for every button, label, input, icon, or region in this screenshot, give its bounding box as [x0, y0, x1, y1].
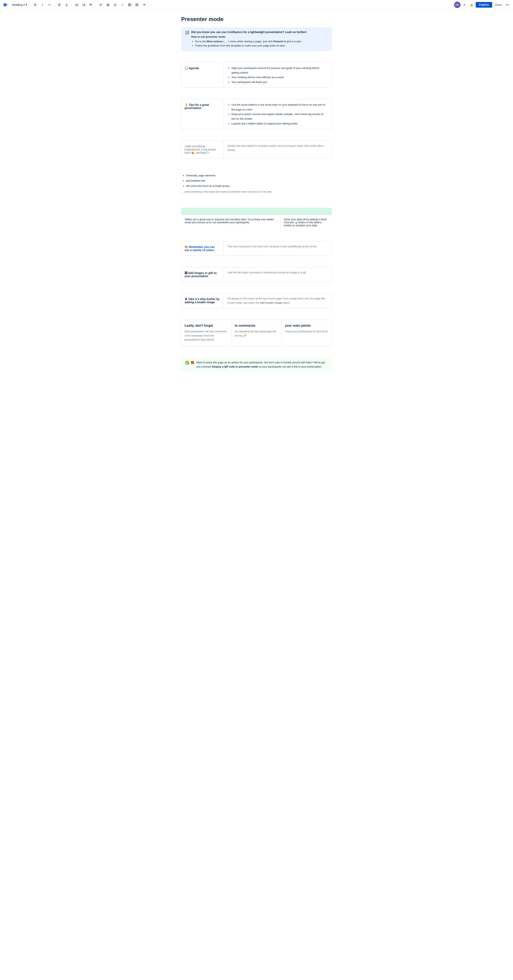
table-header-left [181, 208, 281, 215]
italic-button[interactable]: I [39, 2, 46, 8]
svg-rect-18 [91, 5, 92, 5]
bottom-gift-icon: 🎁 [191, 361, 194, 364]
bottom-info-text: Want to leave this page as an artifact f… [196, 361, 328, 369]
bullet-list: Generally, page elements and bulleted li… [181, 173, 332, 189]
avatar[interactable]: CK [454, 2, 461, 8]
heading-select[interactable]: Heading 2 ▾ [10, 2, 29, 7]
inspiration-text: Quotes are also helpful to illustrate a … [227, 144, 328, 152]
toolbar: Heading 2 ▾ B I ••• A 1.2.3. @ ☺ +▾ CK + [0, 0, 513, 10]
images-icon: 🖼 [184, 271, 188, 275]
svg-rect-27 [137, 5, 138, 6]
tips-item-3: Layouts are a helpful option to support … [232, 121, 328, 126]
summary-col-1-title: Lastly, don't forget [184, 324, 228, 328]
tips-right: Use the arrow buttons or the arrow keys … [224, 99, 332, 129]
header-image-left: 🖥 Take it a step further by adding a hea… [181, 293, 224, 308]
header-image-right: It'll display in full screen at the top … [224, 293, 332, 308]
unordered-list-button[interactable] [73, 2, 80, 8]
inspiration-right: Quotes are also helpful to illustrate a … [224, 141, 332, 158]
bullet-item-3: will come into focus as a single group..… [186, 183, 332, 189]
svg-point-7 [75, 5, 76, 6]
color-button[interactable]: A [64, 2, 70, 8]
agenda-item-2: Your meeting will be more efficient as a… [232, 75, 328, 80]
image-button[interactable] [105, 2, 111, 8]
presenter-table: Tables are a great way to organize and v… [181, 208, 332, 230]
table-section: Tables are a great way to organize and v… [181, 208, 332, 230]
link-button[interactable] [98, 2, 104, 8]
lock-button[interactable]: 🔒 [469, 2, 475, 8]
ordered-list-button[interactable]: 1.2.3. [81, 2, 87, 8]
summary-col-1: Lastly, don't forget Most participants w… [181, 320, 232, 346]
summary-col-1-text: Most participants will only remember a f… [184, 329, 228, 342]
bottom-check-icon: ✅ [185, 361, 189, 364]
tips-icon: 💡 [184, 103, 189, 107]
svg-rect-6 [76, 5, 78, 5]
agenda-box: 📋 Agenda Align your participants around … [181, 62, 332, 88]
bullet-item-2: and bulleted lists [186, 178, 332, 183]
align-button[interactable] [56, 2, 63, 8]
publish-button[interactable]: Publish [476, 2, 492, 8]
info-box-item-1: Go to the More actions ( … ) menu while … [195, 40, 307, 44]
colors-box: 🎨 Remember you can use a variety of colo… [181, 241, 332, 256]
svg-rect-19 [107, 4, 109, 6]
info-box-main-text: Did you know you can use Confluence for … [191, 30, 307, 34]
info-box-subtitle: How to use presenter mode [191, 35, 307, 38]
header-image-title: Take it a step further by adding a heade… [184, 298, 220, 304]
table-button[interactable] [127, 2, 133, 8]
images-text: Use the /file slash command to seamlessl… [227, 270, 328, 275]
summary-section: Lastly, don't forget Most participants w… [181, 320, 332, 346]
summary-col-3-text: Thank your participants for their time! [285, 329, 329, 334]
svg-rect-4 [76, 4, 78, 5]
agenda-item-3: Your participants will thank you [232, 80, 328, 84]
table-cell-bottom-right: Show your data off by adding a chart! Cl… [281, 215, 332, 230]
info-icon: ℹ️ [185, 31, 189, 35]
avatar-initials: CK [456, 3, 459, 6]
images-left: 🖼 Add images or gifs to your presentatio… [181, 267, 224, 282]
colors-left: 🎨 Remember you can use a variety of colo… [181, 241, 224, 256]
bullet-section: Generally, page elements and bulleted li… [181, 170, 332, 196]
confluence-logo[interactable] [2, 2, 8, 8]
svg-rect-8 [76, 6, 78, 6]
table-cell-bottom-left: Tables are a great way to organize and v… [181, 215, 281, 230]
svg-rect-17 [91, 4, 92, 5]
mention-button[interactable]: @ [112, 2, 118, 8]
agenda-icon: 📋 [184, 67, 189, 70]
table-chart-text-2: Click the 📊 button in this table's toolb… [284, 221, 321, 227]
more-options-button[interactable]: ••• [504, 2, 511, 8]
agenda-title: Agenda [189, 67, 199, 70]
agenda-right: Align your participants around the purpo… [224, 62, 332, 88]
bold-button[interactable]: B [32, 2, 38, 8]
divider-3 [71, 3, 72, 7]
svg-rect-0 [58, 4, 61, 4]
summary-col-3-title: your main points [285, 324, 329, 328]
more-text-button[interactable]: ••• [46, 2, 53, 8]
chart-icon: 📊 [295, 221, 298, 224]
tips-box: 💡 Tips for a great presentation Use the … [181, 99, 332, 129]
bullet-item-1: Generally, page elements [186, 173, 332, 178]
svg-rect-10 [84, 4, 85, 5]
add-button[interactable]: + [461, 2, 468, 8]
divider-2 [54, 3, 55, 7]
tips-left: 💡 Tips for a great presentation [181, 99, 224, 129]
line-break-note: … while inserting a line break will make… [181, 190, 332, 193]
svg-point-3 [75, 4, 76, 5]
table-header-right [281, 208, 332, 215]
inspiration-left: <Add something inspirational, a cat post… [181, 141, 224, 158]
svg-rect-26 [137, 3, 138, 5]
emoji-button[interactable]: ☺ [119, 2, 125, 8]
header-image-text: It'll display in full screen at the top … [227, 297, 328, 305]
inspiration-title: <Add something inspirational, a cat post… [184, 145, 216, 154]
svg-rect-25 [136, 3, 137, 6]
summary-col-2: to summarize So repeating the key takeaw… [232, 320, 281, 346]
svg-rect-1 [58, 5, 60, 5]
info-box-list: Go to the More actions ( … ) menu while … [191, 40, 307, 48]
plus-more-button[interactable]: +▾ [141, 2, 147, 8]
agenda-left: 📋 Agenda [181, 62, 224, 88]
images-right: Use the /file slash command to seamlessl… [224, 267, 332, 282]
layout-button[interactable] [133, 2, 140, 8]
task-list-button[interactable] [88, 2, 94, 8]
bottom-info-box: ✅ 🎁 Want to leave this page as an artifa… [181, 357, 332, 372]
svg-rect-14 [84, 6, 85, 6]
heading-chevron: ▾ [25, 3, 27, 6]
close-button[interactable]: Close [493, 2, 503, 8]
page-title[interactable]: Presenter mode [181, 16, 332, 22]
